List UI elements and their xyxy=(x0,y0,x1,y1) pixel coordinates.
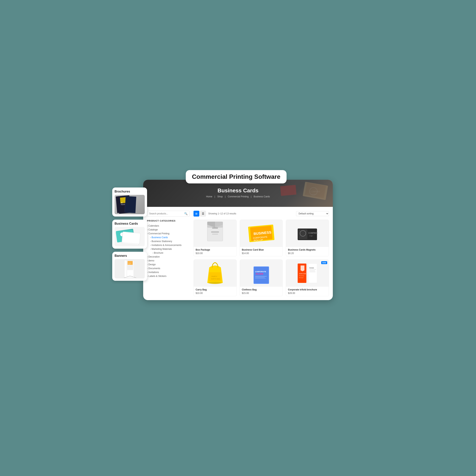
svg-text:Manager: Manager xyxy=(299,277,304,278)
sidebar-cat-cataloge[interactable]: Cataloge xyxy=(147,228,190,232)
svg-text:Details: Details xyxy=(309,267,314,269)
product-price-3: $0.20 xyxy=(288,252,327,255)
title-bubble: Commercial Printing Software xyxy=(186,170,287,184)
business-cards-card[interactable]: Business Cards Logo Nature xyxy=(112,220,147,249)
svg-text:BI: BI xyxy=(121,202,123,204)
svg-rect-1 xyxy=(125,196,136,213)
banners-card[interactable]: Banners banner setup xyxy=(112,252,147,281)
breadcrumb-commercial[interactable]: Commercial Printing xyxy=(228,195,249,198)
svg-rect-55 xyxy=(308,264,317,283)
main-card: COMPANY NAME Business Cards Home | Shop … xyxy=(143,180,333,300)
svg-marker-56 xyxy=(301,266,305,271)
sidebar-cat-documents[interactable]: Documents xyxy=(147,266,190,270)
sidebar-cat-commercial-printing[interactable]: Commercial Printing xyxy=(147,232,190,236)
breadcrumb-current: Business Cards xyxy=(254,195,270,198)
svg-text:banner: banner xyxy=(128,263,131,264)
product-price-1: $10.00 xyxy=(196,252,235,255)
product-image-5: CORPORATE FLYER xyxy=(240,260,283,287)
svg-point-22 xyxy=(310,187,317,195)
svg-text:Nature: Nature xyxy=(124,235,127,236)
sidebar-cat-design[interactable]: Design xyxy=(147,263,190,266)
svg-rect-21 xyxy=(305,183,326,198)
product-card-5[interactable]: CORPORATE FLYER Clothess Bag$15.00 xyxy=(240,259,283,296)
svg-text:FLYER: FLYER xyxy=(256,273,263,275)
search-box[interactable]: 🔍 xyxy=(147,211,190,217)
toolbar: ⊞ ☰ Showing 1–12 of 13 results Default s… xyxy=(193,211,329,217)
product-card-1[interactable]: Box Package$10.00 xyxy=(193,220,237,256)
sidebar-cat-decoration[interactable]: Decoration xyxy=(147,255,190,259)
product-name-3: Business Cards Magnets xyxy=(288,248,327,251)
breadcrumb-home[interactable]: Home xyxy=(206,195,212,198)
svg-text:Logo: Logo xyxy=(125,235,128,237)
svg-rect-9 xyxy=(125,236,131,237)
product-price-5: $15.00 xyxy=(242,292,281,294)
sidebar-cat-marketing-materials[interactable]: Marketing Materials xyxy=(147,247,190,251)
product-price-6: $28.00 xyxy=(288,292,327,294)
sidebar-cat-invitations-&-announcements[interactable]: Invitations & Announcements xyxy=(147,243,190,247)
svg-text:PARTY: PARTY xyxy=(211,275,217,277)
breadcrumb-sep1: | xyxy=(215,195,215,198)
product-badge-6: new xyxy=(321,261,327,264)
svg-rect-5 xyxy=(116,230,134,242)
main-title: Commercial Printing Software xyxy=(192,173,280,180)
svg-text:COMPANY: COMPANY xyxy=(308,232,318,234)
product-card-4[interactable]: PARTY EARTH BAG Carry Bag$10.00 xyxy=(193,259,237,296)
categories-title: PRODUCT CATEGORIES xyxy=(147,220,190,222)
product-card-6[interactable]: JOHN DOE Marketing Manager Details newCo… xyxy=(286,259,329,296)
sidebar-cat-demo[interactable]: demo xyxy=(147,259,190,263)
brochures-card-image: BI FOLD xyxy=(115,195,145,214)
svg-text:CORPORATE: CORPORATE xyxy=(255,271,266,273)
svg-text:ROLLUP: ROLLUP xyxy=(254,238,263,242)
sidebar-cat-calendars[interactable]: Calendars xyxy=(147,224,190,228)
product-info-3: Business Cards Magnets$0.20 xyxy=(286,247,329,256)
product-info-2: Business Card Blue$14.00 xyxy=(240,247,283,256)
svg-rect-20 xyxy=(303,182,328,200)
sidebar-categories: CalendarsCatalogeCommercial PrintingBusi… xyxy=(147,224,190,278)
list-view-button[interactable]: ☰ xyxy=(200,211,206,217)
svg-text:setup: setup xyxy=(128,264,130,265)
product-info-6: Corporate trifold brochure$28.00 xyxy=(286,287,329,296)
sidebar-cat-labels-&-stickers[interactable]: Labels & Stickers xyxy=(147,274,190,278)
product-info-5: Clothess Bag$15.00 xyxy=(240,287,283,296)
breadcrumb-sep2: | xyxy=(225,195,225,198)
search-input[interactable] xyxy=(149,212,183,215)
hero-title: Business Cards xyxy=(147,187,329,194)
grid-view-button[interactable]: ⊞ xyxy=(193,211,199,217)
breadcrumb-shop[interactable]: Shop xyxy=(217,195,223,198)
sort-select[interactable]: Default sortingSort by price: low to hig… xyxy=(296,211,329,216)
svg-text:Marketing: Marketing xyxy=(299,275,304,276)
svg-rect-51 xyxy=(255,276,267,276)
product-image-4: PARTY EARTH BAG xyxy=(194,260,237,287)
sidebar-cat-invitations[interactable]: Invitations xyxy=(147,270,190,274)
svg-rect-61 xyxy=(309,269,316,270)
business-cards-card-title: Business Cards xyxy=(115,222,145,225)
outer-wrapper: Brochures BI FOLD Business Cards Logo xyxy=(143,176,333,300)
sidebar-cat-business-stationery[interactable]: Business Stationery xyxy=(147,239,190,243)
product-card-3[interactable]: COMPANY Logo Business Cards Magnets$0.20 xyxy=(286,220,329,256)
sidebar: 🔍 PRODUCT CATEGORIES CalendarsCatalogeCo… xyxy=(147,211,190,296)
product-card-2[interactable]: BUSINESS CORPORATE ROLLUP Business Card … xyxy=(240,220,283,256)
svg-text:FOLD: FOLD xyxy=(121,203,125,205)
sidebar-cat-brochure[interactable]: Brochure xyxy=(147,251,190,255)
product-info-4: Carry Bag$10.00 xyxy=(194,287,237,296)
svg-point-46 xyxy=(208,282,222,284)
product-image-3: COMPANY Logo xyxy=(286,220,329,247)
shop-layout: 🔍 PRODUCT CATEGORIES CalendarsCatalogeCo… xyxy=(143,207,333,300)
hero-banner: COMPANY NAME Business Cards Home | Shop … xyxy=(143,180,333,207)
product-price-2: $14.00 xyxy=(242,252,281,255)
svg-rect-63 xyxy=(309,272,316,272)
sidebar-cat-business-cards[interactable]: Business Cards xyxy=(147,236,190,239)
banners-card-title: Banners xyxy=(115,254,145,257)
product-name-6: Corporate trifold brochure xyxy=(288,288,327,291)
svg-text:NAME: NAME xyxy=(311,193,316,195)
results-count: Showing 1–12 of 13 results xyxy=(208,212,294,215)
product-name-5: Clothess Bag xyxy=(242,288,281,291)
product-name-2: Business Card Blue xyxy=(242,248,281,251)
float-cards: Brochures BI FOLD Business Cards Logo xyxy=(112,187,147,281)
svg-text:EARTH BAG: EARTH BAG xyxy=(211,278,220,280)
business-cards-card-image: Logo Nature xyxy=(115,227,145,246)
svg-rect-53 xyxy=(255,278,266,278)
product-image-2: BUSINESS CORPORATE ROLLUP xyxy=(240,220,283,247)
brochures-card[interactable]: Brochures BI FOLD xyxy=(112,187,147,217)
svg-rect-31 xyxy=(211,231,219,233)
